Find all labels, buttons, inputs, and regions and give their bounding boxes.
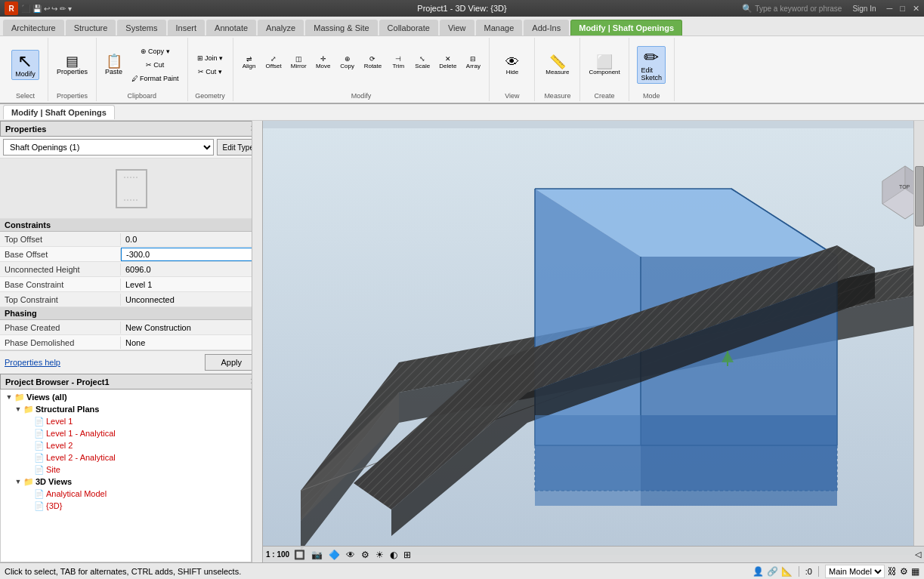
phasing-section-header[interactable]: Phasing ▲ [0,307,262,320]
prop-row-top-constraint: Top Constraint Unconnected [0,292,262,307]
view-icon-4[interactable]: 👁 [346,550,355,560]
join-icon: ⊞ [197,54,203,62]
window-title: Project1 - 3D View: {3D} [417,4,506,13]
context-tab-modify[interactable]: Modify | Shaft Openings [3,105,115,119]
tab-insert[interactable]: Insert [168,20,206,35]
properties-close-btn[interactable]: ✕ [250,124,257,134]
model-selector[interactable]: Main Model [825,565,885,578]
modify-btn[interactable]: ↖ Modify [11,50,39,80]
tree-level1[interactable]: ─ 📄 Level 1 [1,415,261,427]
tree-views-label: Views (all) [26,393,67,402]
tab-massing[interactable]: Massing & Site [305,20,377,35]
tree-level2[interactable]: ─ 📄 Level 2 [1,439,261,451]
edit-type-btn[interactable]: Edit Type [217,139,259,156]
cut-btn[interactable]: ✂ Cut [128,59,183,71]
delete-btn[interactable]: ✕ Delete [435,53,460,72]
maximize-btn[interactable]: □ [900,4,905,13]
search-box-area[interactable]: 🔍 Type a keyword or phrase [742,4,842,14]
status-icon-chain[interactable]: ⛓ [888,566,897,577]
context-tab-modify-label: Modify | Shaft Openings [11,108,107,117]
measure-btn[interactable]: 📏 Measure [542,53,573,78]
tab-manage[interactable]: Manage [476,20,523,35]
view-icon-6[interactable]: ☀ [375,550,384,560]
properties-buttons: ▤ Properties [53,39,91,91]
constraints-section-header[interactable]: Constraints ▲ [0,219,262,232]
project-browser-close-btn[interactable]: ✕ [250,377,257,387]
tree-level2-analytical[interactable]: ─ 📄 Level 2 - Analytical [1,451,261,464]
copy-modify-btn[interactable]: ⊕ Copy [336,53,359,72]
constraints-collapse-icon: ▲ [250,221,258,229]
properties-btn[interactable]: ▤ Properties [53,52,91,78]
tree-level1-analytical[interactable]: ─ 📄 Level 1 - Analytical [1,427,261,439]
paste-icon: 📋 [106,54,122,68]
left-panel: Properties ✕ Shaft Openings (1) Edit Typ… [0,121,263,562]
rotate-btn[interactable]: ⟳ Rotate [360,53,386,72]
view-icon-5[interactable]: ⚙ [361,550,369,560]
top-constraint-label: Top Constraint [0,294,121,306]
move-btn[interactable]: ✛ Move [312,53,335,72]
tab-view[interactable]: View [440,20,474,35]
browser-scrollbar[interactable] [251,390,261,562]
status-icon-3[interactable]: 📐 [781,566,793,577]
mirror-btn[interactable]: ◫ Mirror [287,53,311,72]
tree-3d-view[interactable]: ─ 📄 {3D} [1,500,261,512]
ribbon-group-properties: ▤ Properties Properties [48,38,97,101]
status-icon-1[interactable]: 👤 [752,566,764,577]
view-icon-8[interactable]: ⊞ [403,550,411,560]
matchprop-btn[interactable]: 🖊 Format Paint [128,72,183,85]
scale-btn[interactable]: ⤡ Scale [411,53,434,72]
status-icon-settings[interactable]: ⚙ [900,566,908,577]
edit-sketch-btn[interactable]: ✏ EditSketch [637,46,666,84]
tab-architecture[interactable]: Architecture [3,20,64,35]
viewport-scrollbar-v[interactable] [913,121,924,546]
properties-content: Shaft Openings (1) Edit Type Constrai [0,137,262,374]
cut-geom-btn[interactable]: ✂ Cut ▾ [193,66,227,78]
join-btn[interactable]: ⊞ Join ▾ [193,52,227,64]
main-area: Properties ✕ Shaft Openings (1) Edit Typ… [0,121,924,562]
edit-sketch-label: EditSketch [641,66,662,82]
tab-analyze[interactable]: Analyze [258,20,304,35]
apply-btn[interactable]: Apply [205,354,258,371]
close-btn[interactable]: ✕ [913,4,919,14]
view-icon-3[interactable]: 🔷 [329,550,340,560]
copy-btn[interactable]: ⊕ Copy ▾ [128,45,183,57]
browser-scroll-thumb[interactable] [252,393,261,415]
tree-3d-views[interactable]: ▼ 📁 3D Views [1,476,261,488]
paste-label: Paste [105,68,122,75]
tab-modify-shaft[interactable]: Modify | Shaft Openings [570,20,682,35]
array-btn[interactable]: ⊟ Array [462,53,484,72]
sign-in-btn[interactable]: Sign In [852,5,876,13]
scale-icon: ⤡ [419,55,425,63]
view-icon-1[interactable]: 🔲 [294,550,305,560]
base-offset-value[interactable]: -300.0 [121,248,262,261]
tree-site[interactable]: ─ 📄 Site [1,464,261,476]
tab-addins[interactable]: Add-Ins [524,20,569,35]
tab-systems[interactable]: Systems [117,20,165,35]
minimize-btn[interactable]: ─ [887,4,893,13]
align-btn[interactable]: ⇌ Align [238,53,261,72]
properties-btn-label: Properties [57,68,88,75]
view-icon-2[interactable]: 📷 [311,550,323,560]
status-icon-2[interactable]: 🔗 [767,566,778,577]
type-selector[interactable]: Shaft Openings (1) [3,139,214,156]
tree-structural-plans[interactable]: ▼ 📁 Structural Plans [1,403,261,415]
create-btn[interactable]: ⬜ Component [585,53,623,78]
tab-collaborate[interactable]: Collaborate [379,20,438,35]
tab-structure[interactable]: Structure [66,20,116,35]
offset-btn[interactable]: ⤢ Offset [262,53,286,72]
view-controls-bar: 1 : 100 🔲 📷 🔷 👁 ⚙ ☀ ◐ ⊞ ◁ [263,546,924,562]
viewport-scroll-thumb-v[interactable] [915,166,924,226]
status-icon-bars[interactable]: ▦ [911,566,919,577]
tree-level2-icon: 📄 [34,440,45,451]
trim-btn[interactable]: ⊣ Trim [387,53,409,72]
view-icon-7[interactable]: ◐ [390,550,397,560]
tree-views-all[interactable]: ▼ 📁 Views (all) [1,391,261,403]
viewport[interactable]: TOP 1 : 100 🔲 📷 🔷 👁 ⚙ ☀ [263,121,924,562]
project-browser-content[interactable]: ▼ 📁 Views (all) ▼ 📁 Structural Plans ─ 📄… [0,390,262,562]
tab-annotate[interactable]: Annotate [206,20,256,35]
properties-help-link[interactable]: Properties help [5,358,60,367]
view-hide-btn[interactable]: 👁 Hide [501,53,524,78]
paste-btn[interactable]: 📋 Paste [101,52,126,78]
tree-analytical-model[interactable]: ─ 📄 Analytical Model [1,488,261,500]
tree-am-icon: 📄 [34,488,45,499]
